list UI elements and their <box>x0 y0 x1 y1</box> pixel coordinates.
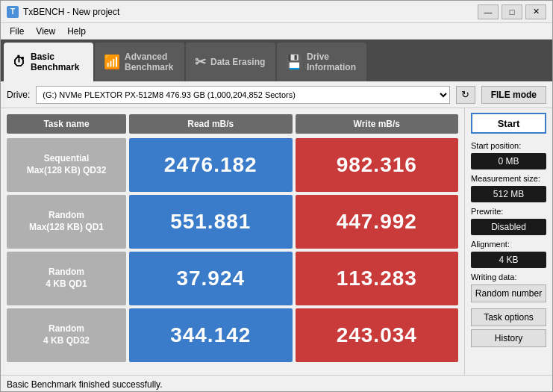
table-row: RandomMax(128 KB) QD1 551.881 447.992 <box>7 195 458 249</box>
main-content: Task name Read mB/s Write mB/s Sequentia… <box>1 108 552 375</box>
row-read-random-4kb-qd32: 344.142 <box>129 308 293 362</box>
writing-data-button[interactable]: Random number <box>471 284 546 302</box>
alignment-label: Alignment: <box>471 240 546 249</box>
start-position-value: 0 MB <box>471 153 546 169</box>
basic-benchmark-icon: ⏱ <box>13 55 26 70</box>
drive-selector-row: Drive: (G:) NVMe PLEXTOR PX-512M8 476.93… <box>1 81 552 108</box>
right-panel: Start Start position: 0 MB Measurement s… <box>464 108 552 375</box>
table-row: Random4 KB QD32 344.142 243.034 <box>7 308 458 362</box>
file-mode-button[interactable]: FILE mode <box>481 86 546 104</box>
measurement-size-label: Measurement size: <box>471 174 546 183</box>
row-read-random-128kb-qd1: 551.881 <box>129 195 293 249</box>
row-read-random-4kb-qd1: 37.924 <box>129 252 293 305</box>
window-controls: — □ ✕ <box>478 4 546 19</box>
menu-help[interactable]: Help <box>61 25 92 38</box>
title-bar: T TxBENCH - New project — □ ✕ <box>1 1 552 23</box>
row-label-random-4kb-qd1: Random4 KB QD1 <box>7 252 126 305</box>
row-read-sequential-qd32: 2476.182 <box>129 138 293 192</box>
column-header-read: Read mB/s <box>129 114 293 134</box>
drive-refresh-button[interactable]: ↻ <box>456 86 475 104</box>
tab-advanced-benchmark[interactable]: 📶 AdvancedBenchmark <box>95 43 184 81</box>
tab-basic-benchmark-label: BasicBenchmark <box>31 52 79 73</box>
row-label-random-4kb-qd32: Random4 KB QD32 <box>7 308 126 362</box>
row-write-random-4kb-qd1: 113.283 <box>296 252 459 305</box>
table-row: Random4 KB QD1 37.924 113.283 <box>7 252 458 305</box>
start-button[interactable]: Start <box>471 113 546 134</box>
table-row: SequentialMax(128 KB) QD32 2476.182 982.… <box>7 138 458 192</box>
row-write-random-4kb-qd32: 243.034 <box>296 308 459 362</box>
start-position-label: Start position: <box>471 141 546 150</box>
column-header-write: Write mB/s <box>296 114 459 134</box>
prewrite-value: Disabled <box>471 219 546 235</box>
drive-information-icon: 💾 <box>286 54 302 70</box>
prewrite-label: Prewrite: <box>471 207 546 216</box>
status-text: Basic Benchmark finished successfully. <box>7 379 163 390</box>
row-write-sequential-qd32: 982.316 <box>296 138 459 192</box>
column-header-task: Task name <box>7 114 126 134</box>
benchmark-table: Task name Read mB/s Write mB/s Sequentia… <box>1 108 464 375</box>
advanced-benchmark-icon: 📶 <box>104 54 120 70</box>
menu-view[interactable]: View <box>30 25 61 38</box>
menu-file[interactable]: File <box>4 25 30 38</box>
tab-advanced-benchmark-label: AdvancedBenchmark <box>125 52 173 73</box>
drive-label: Drive: <box>7 90 30 100</box>
menu-bar: File View Help <box>1 23 552 40</box>
maximize-button[interactable]: □ <box>502 4 522 19</box>
drive-select[interactable]: (G:) NVMe PLEXTOR PX-512M8 476.93 GB (1,… <box>36 86 449 104</box>
window-title: TxBENCH - New project <box>23 7 478 17</box>
row-label-sequential-qd32: SequentialMax(128 KB) QD32 <box>7 138 126 192</box>
tab-data-erasing-label: Data Erasing <box>210 57 265 67</box>
measurement-size-value: 512 MB <box>471 186 546 202</box>
minimize-button[interactable]: — <box>478 4 499 19</box>
tab-basic-benchmark[interactable]: ⏱ BasicBenchmark <box>4 43 93 81</box>
writing-data-label: Writing data: <box>471 273 546 281</box>
tab-data-erasing[interactable]: ✂ Data Erasing <box>186 43 275 81</box>
tab-drive-information-label: DriveInformation <box>307 52 356 73</box>
history-button[interactable]: History <box>471 329 546 347</box>
table-header: Task name Read mB/s Write mB/s <box>7 114 458 134</box>
data-erasing-icon: ✂ <box>195 54 206 70</box>
row-label-random-128kb-qd1: RandomMax(128 KB) QD1 <box>7 195 126 249</box>
close-button[interactable]: ✕ <box>525 4 546 19</box>
tab-bar: ⏱ BasicBenchmark 📶 AdvancedBenchmark ✂ D… <box>1 40 552 81</box>
status-bar: Basic Benchmark finished successfully. <box>1 375 552 392</box>
app-icon: T <box>7 6 19 18</box>
alignment-value: 4 KB <box>471 252 546 268</box>
row-write-random-128kb-qd1: 447.992 <box>296 195 459 249</box>
tab-drive-information[interactable]: 💾 DriveInformation <box>277 43 366 81</box>
task-options-button[interactable]: Task options <box>471 308 546 326</box>
